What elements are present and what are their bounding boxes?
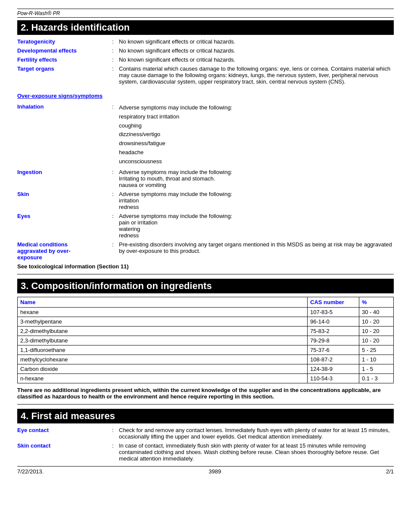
eyes-value: Adverse symptoms may include the followi…	[119, 213, 394, 239]
colon-medical: :	[112, 241, 119, 248]
table-row: hexane 107-83-5 30 - 40	[18, 307, 394, 317]
footer-page: 2/1	[386, 468, 394, 475]
inhalation-value: Adverse symptoms may include the followi…	[119, 103, 394, 166]
colon-skin-contact: :	[112, 442, 119, 449]
col-cas-header: CAS number	[308, 297, 359, 307]
ingredient-pct: 30 - 40	[359, 307, 394, 317]
ingredient-name: 3-methylpentane	[18, 317, 308, 326]
target-organs-row: Target organs : Contains material which …	[17, 65, 394, 85]
product-name: Pow-R-Wash® PR	[17, 10, 60, 16]
section2-title: 2. Hazards identification	[17, 20, 394, 35]
eyes-label: Eyes	[17, 213, 112, 219]
ingredient-name: 2,3-dimethylbutane	[18, 336, 308, 345]
colon-2: :	[112, 56, 119, 63]
fertility-label: Fertility effects	[17, 56, 112, 63]
colon-ingestion: :	[112, 169, 119, 175]
table-row: 1,1-difluoroethane 75-37-6 5 - 25	[18, 345, 394, 355]
ingredient-name: hexane	[18, 307, 308, 317]
col-name-header: Name	[18, 297, 308, 307]
colon-0: :	[112, 38, 119, 45]
teratogenicity-row: Teratogenicity : No known significant ef…	[17, 38, 394, 45]
colon-skin: :	[112, 191, 119, 197]
footer-date: 7/22/2013.	[17, 468, 44, 475]
page-container: Pow-R-Wash® PR 2. Hazards identification…	[0, 0, 411, 532]
ingredient-name: 1,1-difluoroethane	[18, 345, 308, 355]
ingredient-name: methylcyclohexane	[18, 355, 308, 364]
table-row: Carbon dioxide 124-38-9 1 - 5	[18, 364, 394, 373]
ingestion-row: Ingestion : Adverse symptoms may include…	[17, 169, 394, 188]
colon-eye: :	[112, 427, 119, 433]
skin-label: Skin	[17, 191, 112, 197]
ingredient-pct: 0.1 - 3	[359, 373, 394, 383]
ingredients-table: Name CAS number % hexane 107-83-5 30 - 4…	[17, 297, 394, 383]
eye-contact-row: Eye contact : Check for and remove any c…	[17, 427, 394, 440]
ingredient-name: n-hexane	[18, 373, 308, 383]
table-header-row: Name CAS number %	[18, 297, 394, 307]
ingestion-label: Ingestion	[17, 169, 112, 175]
divider-3-4	[17, 404, 394, 404]
divider-2-3	[17, 274, 394, 274]
ingredient-pct: 5 - 25	[359, 345, 394, 355]
target-organs-label: Target organs	[17, 65, 112, 72]
inhalation-label: Inhalation	[17, 103, 112, 110]
eyes-row: Eyes : Adverse symptoms may include the …	[17, 213, 394, 239]
fertility-row: Fertility effects : No known significant…	[17, 56, 394, 63]
overexposure-link[interactable]: Over-exposure signs/symptoms	[17, 93, 103, 99]
colon-3: :	[112, 65, 119, 72]
ingredient-cas: 107-83-5	[308, 307, 359, 317]
colon-inhalation: :	[112, 103, 119, 110]
footer-doc-number: 3989	[209, 468, 221, 475]
ingredient-cas: 124-38-9	[308, 364, 359, 373]
footer: 7/22/2013. 3989 2/1	[17, 466, 394, 475]
developmental-row: Developmental effects : No known signifi…	[17, 47, 394, 54]
table-row: 2,3-dimethylbutane 79-29-8 10 - 20	[18, 336, 394, 345]
ingredient-name: 2,2-dimethylbutane	[18, 326, 308, 336]
ingredient-pct: 1 - 10	[359, 355, 394, 364]
fertility-value: No known significant effects or critical…	[119, 56, 394, 63]
teratogenicity-value: No known significant effects or critical…	[119, 38, 394, 45]
ingredient-pct: 10 - 20	[359, 317, 394, 326]
table-row: 3-methylpentane 96-14-0 10 - 20	[18, 317, 394, 326]
ingredient-cas: 96-14-0	[308, 317, 359, 326]
see-tox: See toxicological information (Section 1…	[17, 263, 394, 270]
table-row: n-hexane 110-54-3 0.1 - 3	[18, 373, 394, 383]
developmental-label: Developmental effects	[17, 47, 112, 54]
section4-title: 4. First aid measures	[17, 409, 394, 423]
skin-contact-value: In case of contact, immediately flush sk…	[119, 442, 394, 462]
colon-eyes: :	[112, 213, 119, 219]
target-organs-value: Contains material which causes damage to…	[119, 65, 394, 85]
col-pct-header: %	[359, 297, 394, 307]
ingestion-value: Adverse symptoms may include the followi…	[119, 169, 394, 188]
medical-row: Medical conditionsaggravated by over-exp…	[17, 241, 394, 261]
table-row: 2,2-dimethylbutane 75-83-2 10 - 20	[18, 326, 394, 336]
teratogenicity-label: Teratogenicity	[17, 38, 112, 45]
ingredient-pct: 1 - 5	[359, 364, 394, 373]
header-bar: Pow-R-Wash® PR	[17, 9, 394, 18]
ingredient-pct: 10 - 20	[359, 336, 394, 345]
colon-1: :	[112, 47, 119, 54]
ingredient-cas: 75-37-6	[308, 345, 359, 355]
medical-label: Medical conditionsaggravated by over-exp…	[17, 241, 112, 261]
skin-contact-label: Skin contact	[17, 442, 112, 449]
skin-row: Skin : Adverse symptoms may include the …	[17, 191, 394, 210]
eye-contact-label: Eye contact	[17, 427, 112, 433]
skin-contact-row: Skin contact : In case of contact, immed…	[17, 442, 394, 462]
ingredient-pct: 10 - 20	[359, 326, 394, 336]
section3-title: 3. Composition/information on ingredient…	[17, 279, 394, 293]
developmental-value: No known significant effects or critical…	[119, 47, 394, 54]
skin-value: Adverse symptoms may include the followi…	[119, 191, 394, 210]
inhalation-row: Inhalation : Adverse symptoms may includ…	[17, 103, 394, 166]
table-row: methylcyclohexane 108-87-2 1 - 10	[18, 355, 394, 364]
ingredient-cas: 79-29-8	[308, 336, 359, 345]
ingredient-cas: 108-87-2	[308, 355, 359, 364]
eye-contact-value: Check for and remove any contact lenses.…	[119, 427, 394, 440]
medical-value: Pre-existing disorders involving any tar…	[119, 241, 394, 254]
ingredient-cas: 110-54-3	[308, 373, 359, 383]
ingredient-cas: 75-83-2	[308, 326, 359, 336]
ingredient-name: Carbon dioxide	[18, 364, 308, 373]
additional-info: There are no additional ingredients pres…	[17, 387, 394, 400]
